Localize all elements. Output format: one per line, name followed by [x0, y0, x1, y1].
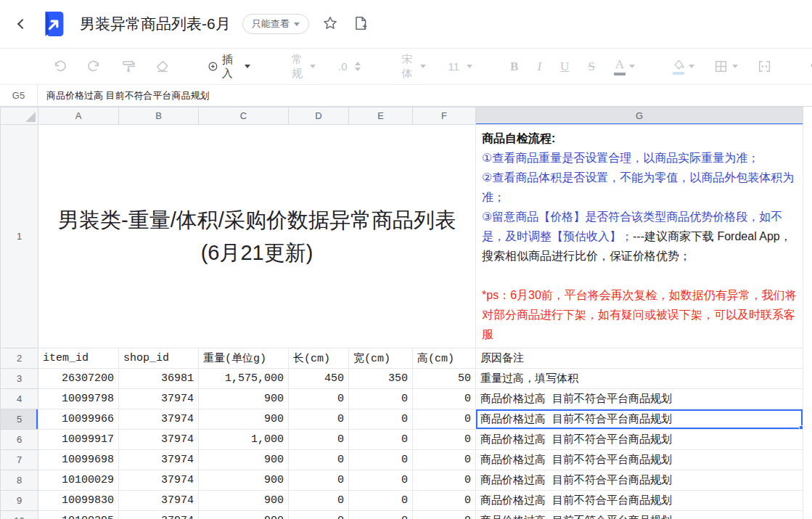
borders-button[interactable]	[713, 59, 738, 74]
fill-color-button[interactable]	[673, 59, 694, 75]
table-cell[interactable]: 0	[289, 389, 349, 409]
decimal-places-button[interactable]: .0	[335, 60, 361, 73]
view-only-badge[interactable]: 只能查看	[242, 14, 309, 34]
row-header-6[interactable]: 6	[1, 430, 38, 450]
cell-a1-title[interactable]: 男装类-重量/体积/采购价数据异常商品列表 (6月21更新)	[38, 125, 476, 348]
row-header-8[interactable]: 8	[1, 470, 38, 491]
col-header-g[interactable]: G	[476, 107, 803, 125]
formula-input[interactable]: 商品价格过高 目前不符合平台商品规划	[38, 85, 812, 106]
font-family-select[interactable]: 宋体	[398, 53, 426, 81]
col-header-c[interactable]: C	[199, 107, 289, 125]
table-cell[interactable]: 36981	[119, 369, 199, 389]
decimal-stepper[interactable]	[355, 62, 361, 71]
table-cell[interactable]: 10099917	[38, 430, 119, 450]
table-cell[interactable]: 350	[349, 369, 413, 389]
row-header-10[interactable]: 10	[1, 511, 38, 519]
col-header-f[interactable]: F	[413, 107, 476, 125]
table-cell[interactable]: 0	[349, 430, 413, 450]
header-cell[interactable]: shop_id	[119, 348, 199, 369]
merge-cells-button[interactable]	[757, 59, 772, 74]
strikethrough-button[interactable]: S	[588, 60, 594, 74]
table-cell[interactable]: 0	[413, 450, 476, 470]
table-cell[interactable]: 900	[199, 511, 289, 519]
table-cell[interactable]: 商品价格过高 目前不符合平台商品规划	[476, 511, 803, 519]
table-cell[interactable]: 10099966	[38, 409, 119, 430]
selection-handle[interactable]	[799, 425, 803, 430]
table-cell[interactable]: 0	[349, 409, 413, 430]
insert-button[interactable]: 插入	[208, 53, 250, 81]
table-cell[interactable]: 26307200	[38, 369, 119, 389]
table-cell[interactable]: 0	[349, 450, 413, 470]
table-cell[interactable]: 商品价格过高 目前不符合平台商品规划	[476, 389, 803, 409]
col-header-d[interactable]: D	[289, 107, 349, 125]
table-cell[interactable]: 0	[413, 389, 476, 409]
table-cell[interactable]: 商品价格过高 目前不符合平台商品规划	[476, 450, 803, 470]
back-button[interactable]	[12, 15, 30, 33]
clear-format-button[interactable]	[155, 59, 170, 74]
header-cell[interactable]: 宽(cm)	[349, 348, 413, 369]
table-cell[interactable]: 0	[349, 389, 413, 409]
table-cell[interactable]: 0	[349, 491, 413, 511]
table-cell[interactable]: 0	[289, 470, 349, 491]
table-cell[interactable]: 50	[413, 369, 476, 389]
table-cell[interactable]: 0	[289, 491, 349, 511]
table-cell[interactable]: 37974	[119, 470, 199, 491]
table-cell[interactable]: 0	[413, 430, 476, 450]
col-header-a[interactable]: A	[38, 107, 119, 125]
header-cell[interactable]: 重量(单位g)	[199, 348, 289, 369]
table-cell[interactable]: 10100029	[38, 470, 119, 491]
redo-button[interactable]	[86, 59, 102, 74]
format-painter-button[interactable]	[120, 59, 136, 74]
col-header-e[interactable]: E	[349, 107, 413, 125]
table-cell[interactable]: 37974	[119, 389, 199, 409]
row-header-2[interactable]: 2	[1, 348, 38, 369]
row-header-7[interactable]: 7	[1, 450, 38, 470]
font-color-button[interactable]: A	[614, 57, 635, 75]
table-cell[interactable]: 37974	[119, 511, 199, 519]
number-format-button[interactable]: 常规	[288, 53, 316, 81]
table-cell[interactable]: 1,575,000	[199, 369, 289, 389]
col-header-b[interactable]: B	[119, 107, 199, 125]
undo-button[interactable]	[52, 59, 67, 74]
table-cell[interactable]: 10099798	[38, 389, 119, 409]
table-cell[interactable]: 商品价格过高 目前不符合平台商品规划	[476, 491, 803, 511]
cell-g1-notice[interactable]: 商品自检流程: ①查看商品重量是否设置合理，以商品实际重量为准； ②查看商品体积…	[476, 125, 803, 348]
table-cell[interactable]: 10099830	[38, 491, 119, 511]
selected-cell-g5[interactable]: 商品价格过高 目前不符合平台商品规划	[476, 409, 803, 430]
table-cell[interactable]: 0	[413, 491, 476, 511]
table-cell[interactable]: 37974	[119, 430, 199, 450]
table-cell[interactable]: 10100295	[38, 511, 119, 519]
row-header-9[interactable]: 9	[1, 491, 38, 511]
underline-button[interactable]: U	[560, 60, 569, 74]
table-cell[interactable]: 0	[413, 470, 476, 491]
header-cell[interactable]: 高(cm)	[413, 348, 476, 369]
table-cell[interactable]: 900	[199, 450, 289, 470]
font-size-select[interactable]: 11	[445, 60, 473, 73]
table-cell[interactable]: 37974	[119, 409, 199, 430]
row-header-5[interactable]: 5	[1, 409, 38, 430]
table-cell[interactable]: 0	[289, 450, 349, 470]
table-cell[interactable]: 0	[289, 511, 349, 519]
table-cell[interactable]: 37974	[119, 450, 199, 470]
table-cell[interactable]: 0	[349, 511, 413, 519]
row-header-1[interactable]: 1	[1, 125, 38, 348]
header-cell[interactable]: 原因备注	[476, 348, 803, 369]
table-cell[interactable]: 0	[413, 409, 476, 430]
table-cell[interactable]: 商品价格过高 目前不符合平台商品规划	[476, 470, 803, 491]
bold-button[interactable]: B	[510, 60, 518, 74]
table-cell[interactable]: 0	[289, 409, 349, 430]
header-cell[interactable]: item_id	[38, 348, 119, 369]
cell-reference-box[interactable]: G5	[0, 85, 38, 106]
table-cell[interactable]: 900	[199, 409, 289, 430]
app-logo-icon[interactable]	[41, 10, 68, 38]
italic-button[interactable]: I	[537, 60, 541, 74]
row-header-4[interactable]: 4	[1, 389, 38, 409]
table-cell[interactable]: 900	[199, 491, 289, 511]
header-cell[interactable]: 长(cm)	[289, 348, 349, 369]
select-all-corner[interactable]	[1, 107, 38, 125]
table-cell[interactable]: 商品价格过高 目前不符合平台商品规划	[476, 430, 803, 450]
table-cell[interactable]: 0	[413, 511, 476, 519]
table-cell[interactable]: 重量过高，填写体积	[476, 369, 803, 389]
table-cell[interactable]: 900	[199, 389, 289, 409]
table-cell[interactable]: 10099698	[38, 450, 119, 470]
